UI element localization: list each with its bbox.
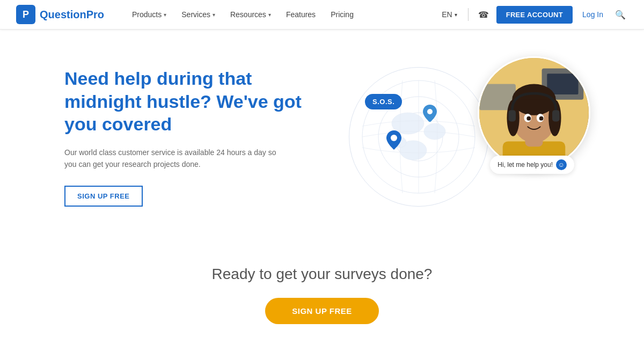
chevron-down-icon: ▾ (268, 12, 271, 18)
nav-divider (468, 8, 469, 21)
sos-text: S.O.S. (372, 98, 394, 106)
logo[interactable]: P QuestionPro (16, 5, 104, 24)
cta-section: Ready to get your surveys done? SIGN UP … (0, 239, 644, 337)
nav-products-label: Products (132, 10, 162, 19)
lang-label: EN (442, 10, 452, 19)
chevron-down-icon: ▾ (455, 12, 457, 18)
nav-services[interactable]: Services ▾ (175, 6, 222, 23)
svg-point-23 (526, 116, 531, 121)
hi-text: Hi, let me help you! (497, 161, 553, 169)
hero-description: Our world class customer service is avai… (64, 146, 279, 171)
sos-bubble: S.O.S. (365, 94, 402, 109)
hero-right: S.O.S. (333, 51, 601, 223)
logo-text: QuestionPro (40, 9, 104, 21)
chevron-down-icon: ▾ (213, 12, 215, 18)
svg-rect-20 (512, 100, 556, 110)
nav-pricing-label: Pricing (331, 10, 354, 19)
search-icon[interactable]: 🔍 (613, 8, 628, 22)
map-pin-2 (423, 105, 437, 122)
map-pin-1 (386, 130, 401, 150)
nav-resources-label: Resources (230, 10, 266, 19)
nav-services-label: Services (181, 10, 210, 19)
hero-title: Need help during that midnight hustle? W… (64, 67, 333, 136)
svg-point-24 (539, 116, 544, 121)
svg-point-8 (427, 109, 433, 114)
nav-right: EN ▾ ☎ FREE ACCOUNT Log In 🔍 (438, 6, 628, 24)
cta-signup-button[interactable]: SIGN UP FREE (265, 298, 379, 324)
logo-icon: P (16, 5, 35, 24)
globe-decoration (349, 67, 488, 207)
cta-title: Ready to get your surveys done? (0, 266, 644, 283)
hi-bubble: Hi, let me help you! ☺ (490, 156, 574, 174)
login-button[interactable]: Log In (578, 8, 608, 21)
nav-features-label: Features (286, 10, 316, 19)
navbar: P QuestionPro Products ▾ Services ▾ Reso… (0, 0, 644, 30)
nav-pricing[interactable]: Pricing (324, 6, 360, 23)
hero-left: Need help during that midnight hustle? W… (64, 67, 333, 206)
support-person-photo (478, 56, 590, 169)
free-account-button[interactable]: FREE ACCOUNT (496, 6, 573, 24)
nav-products[interactable]: Products ▾ (126, 6, 173, 23)
svg-point-7 (391, 135, 397, 141)
nav-links: Products ▾ Services ▾ Resources ▾ Featur… (126, 6, 438, 23)
chevron-down-icon: ▾ (164, 12, 166, 18)
smiley-icon: ☺ (556, 159, 567, 170)
person-illustration (479, 56, 589, 169)
nav-features[interactable]: Features (280, 6, 322, 23)
hero-signup-button[interactable]: SIGN UP FREE (64, 186, 143, 207)
phone-icon[interactable]: ☎ (476, 7, 491, 22)
logo-letter: P (23, 9, 29, 20)
svg-rect-25 (508, 110, 516, 121)
nav-resources[interactable]: Resources ▾ (224, 6, 277, 23)
svg-rect-26 (552, 110, 560, 121)
hero-section: Need help during that midnight hustle? W… (0, 30, 644, 239)
lang-selector[interactable]: EN ▾ (438, 10, 460, 19)
